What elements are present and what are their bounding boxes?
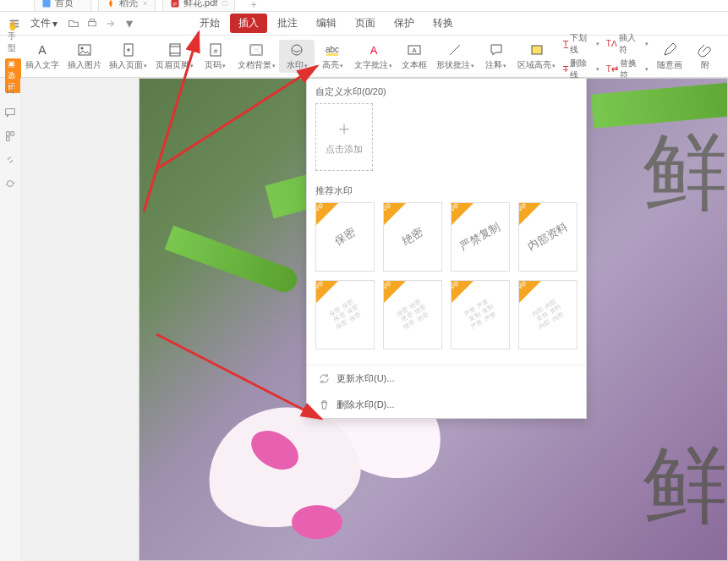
svg-text:A: A [369, 44, 377, 57]
hand-tool[interactable]: ✋手型 [5, 20, 21, 55]
replace-icon: T⇄ [606, 64, 618, 74]
wm-tile-confidential-tiled[interactable]: 保密 保密 保密 保密 保密 保密 [315, 280, 375, 349]
popup-actions: 更新水印(U)... 删除水印(D)... [307, 365, 586, 418]
more-icon[interactable]: ▾ [122, 16, 137, 31]
ribbon-right-group: T̲ 下划线▾ T̶ 删除线▾ [560, 30, 603, 83]
wm-tile-internal-tiled[interactable]: 内部 内部 资料 资料 内部 内部 [518, 280, 577, 349]
ribbon-notes[interactable]: 注释▾ [479, 40, 514, 73]
ribbon-freehand[interactable]: 随意画 [652, 40, 687, 73]
menu-insert[interactable]: 插入 [230, 14, 267, 33]
add-label: 点击添加 [326, 143, 363, 156]
loop-icon[interactable] [4, 178, 16, 190]
vip-badge-icon [384, 281, 406, 303]
update-label: 更新水印(U)... [337, 372, 394, 385]
ribbon-textbox[interactable]: A文本框 [397, 40, 432, 73]
svg-line-24 [450, 45, 460, 55]
link-icon[interactable] [4, 154, 16, 166]
menu-edit[interactable]: 编辑 [308, 14, 345, 33]
wm-tile-internal[interactable]: 内部资料 [518, 202, 577, 272]
delete-watermark-item[interactable]: 删除水印(D)... [307, 392, 586, 418]
refresh-icon [319, 373, 330, 384]
thumbnail-icon[interactable] [4, 130, 16, 142]
watermark-popup: 自定义水印(0/20) ＋ 点击添加 推荐水印 保密 绝密 严禁复制 内部资料 … [306, 78, 587, 419]
ribbon-header-footer[interactable]: 页眉页脚▾ [151, 40, 198, 73]
file-menu[interactable]: 文件▾ [25, 14, 63, 32]
menu-start[interactable]: 开始 [191, 14, 228, 33]
custom-watermark-section: 自定义水印(0/20) ＋ 点击添加 [307, 79, 586, 178]
watermark-preview: 鲜 [643, 129, 727, 214]
ribbon-area-hl[interactable]: 区域高亮▾ [514, 40, 561, 73]
wm-row: 保密 保密 保密 保密 保密 保密 绝密 绝密 绝密 绝密 绝密 绝密 严禁 严… [315, 280, 577, 349]
svg-rect-27 [7, 132, 10, 135]
ribbon-insert-symbol[interactable]: Tᐱ 插入符▾ [606, 32, 649, 56]
svg-point-10 [80, 47, 83, 50]
close-icon[interactable]: × [212, 0, 221, 8]
ribbon-page-number[interactable]: #页码▾ [198, 40, 233, 73]
tab-pdf[interactable]: P 鲜花.pdf □ × [162, 0, 235, 11]
ribbon-underline[interactable]: T̲ 下划线▾ [563, 32, 599, 56]
plus-icon: ＋ [335, 119, 353, 138]
watermark-icon [288, 41, 305, 58]
text-icon: A [34, 41, 51, 58]
ribbon-highlight[interactable]: abc高亮▾ [315, 40, 350, 73]
ribbon-insert-page[interactable]: 插入页面▾ [106, 40, 152, 73]
caret-icon: Tᐱ [606, 39, 617, 48]
recommended-watermark-section: 推荐水印 保密 绝密 严禁复制 内部资料 保密 保密 保密 保密 保密 保密 绝… [307, 178, 586, 365]
ribbon-insert-text[interactable]: A插入文字 [21, 40, 63, 73]
bookmark-icon[interactable] [4, 83, 16, 95]
comment-icon[interactable] [4, 107, 16, 118]
textbox-icon: A [406, 41, 423, 58]
ribbon-doc-bg[interactable]: 文档背景▾ [233, 40, 280, 73]
wm-tile-topsecret[interactable]: 绝密 [383, 202, 442, 272]
left-rail [0, 78, 20, 190]
main-menu: 开始 插入 批注 编辑 页面 保护 转换 [191, 14, 462, 33]
textannot-icon: A [365, 41, 382, 58]
reco-wm-title: 推荐水印 [315, 184, 577, 197]
vip-badge-icon [519, 281, 541, 303]
print-icon[interactable] [85, 16, 100, 31]
page-icon [120, 41, 137, 58]
ribbon-attach[interactable]: 附 [687, 40, 723, 73]
flame-icon [106, 0, 116, 8]
menu-annotate[interactable]: 批注 [269, 14, 306, 33]
vip-badge-icon [316, 281, 338, 303]
svg-text:#: # [214, 47, 218, 55]
vip-badge-icon [384, 203, 406, 225]
svg-rect-12 [170, 44, 180, 56]
image-icon [76, 41, 93, 58]
close-icon[interactable]: × [143, 0, 151, 8]
svg-text:P: P [173, 2, 177, 7]
watermark-preview: 鲜 [643, 443, 727, 527]
note-icon [488, 41, 505, 58]
svg-rect-20 [326, 53, 338, 56]
tab-home[interactable]: 首页 [34, 0, 91, 11]
add-watermark-tile[interactable]: ＋ 点击添加 [315, 103, 373, 171]
svg-rect-6 [89, 21, 96, 25]
window-tab-bar: 首页 稻壳 × P 鲜花.pdf □ × ＋ [0, 0, 728, 12]
update-watermark-item[interactable]: 更新水印(U)... [307, 366, 586, 392]
petal-graphic [292, 505, 342, 539]
vip-badge-icon [316, 203, 338, 225]
ribbon-watermark[interactable]: 水印▾ [279, 40, 315, 73]
menu-page[interactable]: 页面 [347, 14, 384, 33]
ribbon-text-annot[interactable]: A文字批注▾ [350, 40, 397, 73]
chevron-down-icon: ▾ [144, 63, 147, 69]
tab-daoke[interactable]: 稻壳 × [98, 0, 156, 11]
wm-tile-nocopy-tiled[interactable]: 严禁 严禁 复制 复制 严禁 严禁 [451, 280, 510, 349]
wm-tile-topsecret-tiled[interactable]: 绝密 绝密 绝密 绝密 绝密 绝密 [383, 280, 442, 349]
vip-badge-icon [519, 203, 541, 225]
svg-text:A: A [412, 47, 417, 54]
menu-protect[interactable]: 保护 [386, 14, 423, 33]
pageno-icon: # [207, 41, 224, 58]
arrow-icon[interactable] [103, 16, 118, 31]
ribbon-shape-annot[interactable]: 形状批注▾ [432, 40, 479, 73]
open-icon[interactable] [66, 16, 81, 31]
close-icon[interactable]: □ [222, 0, 231, 8]
new-tab-button[interactable]: ＋ [249, 0, 260, 11]
menu-convert[interactable]: 转换 [424, 14, 462, 33]
wm-row: 保密 绝密 严禁复制 内部资料 [315, 202, 577, 272]
line-icon [446, 41, 463, 58]
wm-tile-nocopy[interactable]: 严禁复制 [451, 202, 510, 272]
ribbon-insert-image[interactable]: 插入图片 [63, 40, 106, 73]
wm-tile-confidential[interactable]: 保密 [315, 202, 375, 272]
